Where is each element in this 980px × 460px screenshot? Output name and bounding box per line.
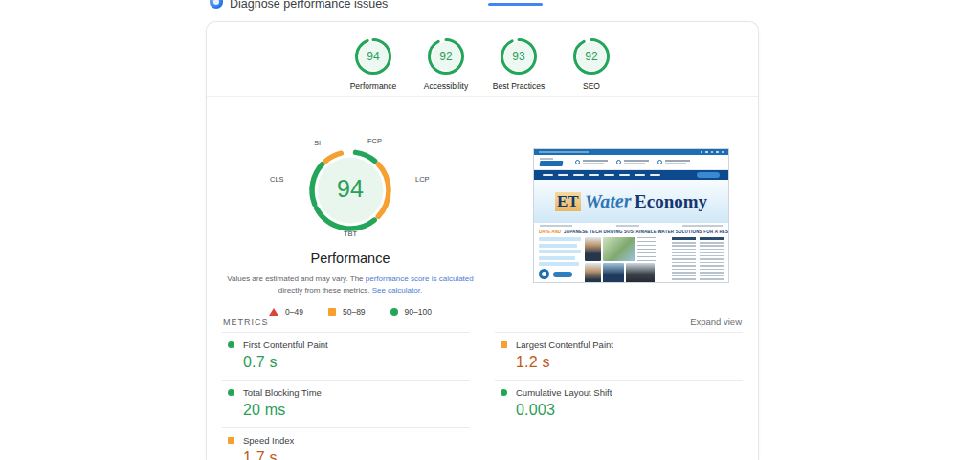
subscribe-button-placeholder: [697, 172, 720, 178]
score-value: 92: [571, 50, 612, 63]
performance-summary-area: 94 SI FCP CLS LCP TBT Performance Values…: [207, 97, 758, 311]
metric-value: 0.003: [516, 402, 739, 419]
category-score-best-practices[interactable]: 93 Best Practices: [483, 36, 554, 91]
site-masthead: ET Water Economy: [534, 180, 728, 223]
contact-item: [575, 160, 608, 165]
score-calculation-link[interactable]: performance score is calculated: [366, 274, 474, 283]
performance-gauge: 94 SI FCP CLS LCP TBT: [255, 135, 446, 242]
headline-text: JAPANESE TECH DRIVING SUSTAINABLE WATER …: [564, 230, 728, 234]
article-column: [672, 237, 696, 283]
metric-status-icon: [228, 341, 234, 348]
metric-label-lcp: LCP: [415, 175, 430, 184]
logo-badge-icon: [539, 269, 549, 279]
contact-item: [657, 160, 690, 165]
photo-collage: [585, 237, 668, 283]
score-value: 92: [426, 50, 466, 63]
metric-status-icon: [228, 389, 234, 396]
mail-icon: [616, 160, 621, 164]
metric-largest-contentful-paint: Largest Contentful Paint 1.2 s: [495, 332, 743, 380]
metric-cumulative-layout-shift: Cumulative Layout Shift 0.003: [495, 380, 743, 427]
empty-cell: [495, 427, 743, 460]
score-value: 93: [499, 50, 539, 63]
expand-view-button[interactable]: Expand view: [690, 317, 742, 327]
metric-value: 1.2 s: [516, 354, 739, 371]
portrait-photo: [585, 263, 601, 283]
site-logo: [540, 158, 563, 167]
group-photo: [603, 263, 624, 283]
pass-range-icon: [390, 308, 398, 316]
legend-range-label: 50–89: [343, 307, 366, 317]
thumbnail-header: [534, 155, 728, 170]
diagnose-label: Diagnose performance issues: [230, 0, 388, 11]
masthead-water: Water: [584, 189, 631, 213]
score-gauge: 92: [571, 36, 612, 77]
fail-range-icon: [269, 308, 278, 316]
category-score-seo[interactable]: 92 SEO: [556, 36, 627, 91]
metrics-title: METRICS: [223, 318, 269, 327]
category-label: Accessibility: [411, 81, 481, 91]
category-score-performance[interactable]: 94 Performance: [338, 36, 409, 91]
legend-item-fail: 0–49: [269, 307, 303, 317]
category-label: SEO: [556, 81, 627, 91]
metric-name: Largest Contentful Paint: [516, 340, 613, 350]
average-range-icon: [328, 308, 336, 316]
button-placeholder: [553, 272, 572, 277]
masthead-economy: Economy: [635, 191, 707, 212]
report-card: 94 Performance 92 Accessibility: [206, 21, 759, 460]
score-legend: 0–49 50–89 90–100: [207, 307, 494, 317]
metrics-section: METRICS Expand view First Contentful Pai…: [207, 311, 758, 460]
legend-item-average: 50–89: [328, 307, 366, 317]
machinery-photo: [626, 263, 655, 283]
metric-label-tbt: TBT: [255, 230, 446, 238]
legend-range-label: 0–49: [285, 307, 303, 317]
highlight-list: [539, 237, 581, 283]
social-icons: [701, 151, 724, 154]
category-score-accessibility[interactable]: 92 Accessibility: [411, 36, 481, 91]
disclaimer-part1: Values are estimated and may vary. The: [227, 274, 366, 283]
portrait-photo: [585, 237, 601, 261]
metric-value: 0.7 s: [243, 354, 466, 371]
score-value: 94: [353, 50, 393, 63]
thumbnail-navbar: [534, 170, 728, 180]
category-scores-row: 94 Performance 92 Accessibility: [207, 22, 758, 91]
metric-label-fcp: FCP: [368, 137, 382, 145]
article-column: [700, 237, 724, 283]
active-tab-indicator[interactable]: [488, 3, 543, 6]
metric-name: Cumulative Layout Shift: [516, 387, 612, 398]
metric-status-icon: [228, 437, 234, 444]
masthead-et: ET: [555, 192, 581, 211]
metric-status-icon: [501, 341, 507, 348]
pagespeed-results-page: Diagnose performance issues 94 Performan…: [0, 0, 980, 460]
badge-row: [539, 269, 581, 279]
metric-status-icon: [501, 389, 507, 396]
article-text-placeholder: [637, 237, 656, 261]
metric-name: Speed Index: [243, 435, 294, 446]
metric-name: First Contentful Paint: [243, 340, 328, 350]
legend-range-label: 90–100: [405, 307, 432, 317]
metric-label-cls: CLS: [270, 175, 284, 184]
lead-headline: DAVE AND JAPANESE TECH DRIVING SUSTAINAB…: [534, 228, 728, 235]
metric-speed-index: Speed Index 1.7 s: [222, 427, 470, 460]
category-label: Performance: [338, 81, 409, 91]
score-gauge: 93: [499, 36, 539, 77]
article-columns: [672, 237, 724, 283]
metric-value: 1.7 s: [243, 449, 466, 460]
score-gauge: 92: [426, 36, 466, 77]
headline-prefix: DAVE AND: [539, 230, 561, 234]
disclaimer-text: Values are estimated and may vary. The p…: [216, 274, 484, 296]
metrics-grid: First Contentful Paint 0.7 s Largest Con…: [222, 332, 743, 460]
see-calculator-link[interactable]: See calculator.: [372, 286, 422, 295]
facility-photo: [603, 237, 635, 261]
lighthouse-icon: [210, 0, 223, 9]
legend-item-pass: 90–100: [390, 307, 432, 317]
performance-gauge-section: 94 SI FCP CLS LCP TBT Performance Values…: [207, 97, 494, 311]
screenshot-section: ET Water Economy DAVE AND JAPANESE TECH …: [494, 97, 758, 311]
metric-label-si: SI: [314, 139, 321, 147]
metric-total-blocking-time: Total Blocking Time 20 ms: [222, 380, 470, 427]
score-gauge: 94: [353, 36, 393, 77]
topbar-text-placeholder: [539, 151, 589, 154]
location-icon: [657, 160, 662, 164]
disclaimer-part2: directly from these metrics.: [278, 286, 372, 295]
page-screenshot-thumbnail[interactable]: ET Water Economy DAVE AND JAPANESE TECH …: [533, 148, 729, 283]
metric-value: 20 ms: [243, 402, 466, 419]
